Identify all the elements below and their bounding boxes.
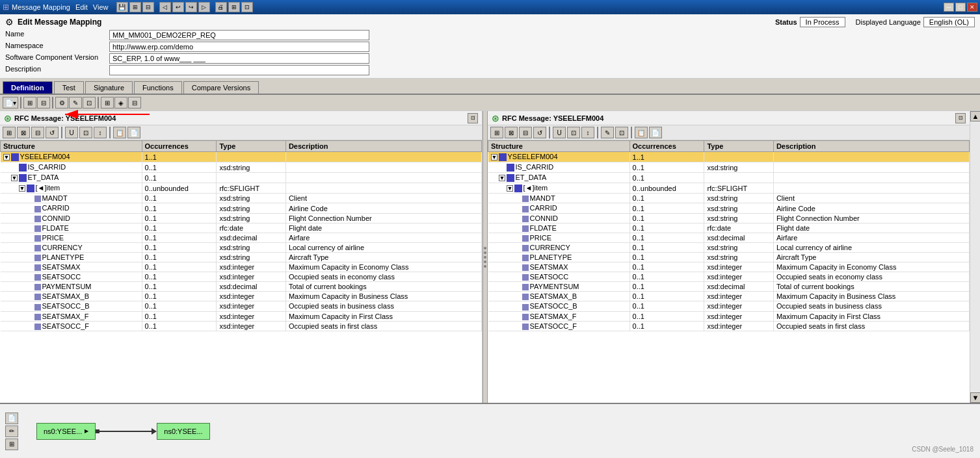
menu-message-mapping[interactable]: Message Mapping — [12, 3, 70, 11]
lp-btn5[interactable]: U — [65, 127, 78, 138]
table-row[interactable]: ▼ET_DATA0..1 — [1, 173, 482, 183]
field-scv-value[interactable] — [109, 53, 369, 64]
toolbar-nav4[interactable]: ▷ — [198, 2, 210, 12]
toolbar-t2[interactable]: ⊡ — [241, 2, 253, 12]
table-row[interactable]: ▶SEATSMAX_B0..1xsd:integerMaximum Capaci… — [488, 292, 970, 301]
btn-grid2[interactable]: ⊟ — [37, 97, 50, 108]
table-row[interactable]: ▶SEATSMAX0..1xsd:integerMaximum Capacity… — [488, 262, 970, 272]
toolbar-table[interactable]: ⊞ — [129, 2, 141, 12]
table-row[interactable]: ▼YSEELEFM0041..1 — [1, 152, 482, 162]
table-row[interactable]: ▶CONNID0..1xsd:stringFlight Connection N… — [488, 213, 970, 223]
table-row[interactable]: ▶MANDT0..1xsd:stringClient — [488, 194, 970, 203]
table-row[interactable]: ▶CONNID0..1xsd:stringFlight Connection N… — [1, 213, 482, 223]
toolbar-grid[interactable]: ⊟ — [142, 2, 154, 12]
rp-btn10[interactable]: 📋 — [635, 127, 648, 138]
tree-expand-icon[interactable]: ▼ — [11, 175, 18, 181]
tab-compare-versions[interactable]: Compare Versions — [183, 81, 259, 94]
tab-signature[interactable]: Signature — [85, 81, 133, 94]
panel-splitter[interactable] — [483, 111, 488, 403]
btn-layout1[interactable]: ⊞ — [101, 97, 114, 108]
tree-expand-icon[interactable]: ▼ — [3, 154, 10, 160]
table-row[interactable]: ▶FLDATE0..1rfc:dateFlight date — [1, 223, 482, 233]
table-row[interactable]: ▶PRICE0..1xsd:decimalAirfare — [1, 233, 482, 242]
table-row[interactable]: ▶IS_CARRID0..1xsd:string — [1, 162, 482, 173]
toolbar-t1[interactable]: ⊞ — [228, 2, 240, 12]
tree-expand-icon[interactable]: ▼ — [491, 154, 497, 160]
btn-layout2[interactable]: ◈ — [114, 97, 127, 108]
tree-expand-icon[interactable]: ▼ — [507, 185, 513, 192]
btn-settings[interactable]: ⚙ — [55, 97, 68, 108]
field-namespace-value[interactable] — [109, 42, 369, 52]
table-row[interactable]: ▶SEATSOCC_F0..1xsd:integerOccupied seats… — [1, 321, 482, 331]
rp-btn8[interactable]: ✎ — [601, 127, 614, 138]
table-row[interactable]: ▼[◄]item0..unboundedrfc:SFLIGHT — [1, 183, 482, 194]
lp-btn2[interactable]: ⊠ — [17, 127, 30, 138]
lp-btn4[interactable]: ↺ — [46, 127, 59, 138]
tab-definition[interactable]: Definition — [3, 81, 53, 94]
table-row[interactable]: ▶IS_CARRID0..1xsd:string — [488, 162, 970, 173]
rp-btn1[interactable]: ⊞ — [490, 127, 503, 138]
toolbar-nav1[interactable]: ◁ — [159, 2, 171, 12]
table-row[interactable]: ▶PRICE0..1xsd:decimalAirfare — [488, 233, 970, 242]
right-panel-resize[interactable]: ⊡ — [955, 113, 966, 123]
table-row[interactable]: ▶CARRID0..1xsd:stringAirline Code — [1, 203, 482, 213]
table-row[interactable]: ▶CARRID0..1xsd:stringAirline Code — [488, 203, 970, 213]
win-minimize[interactable]: ─ — [944, 3, 954, 12]
bottom-btn1[interactable]: 📄 — [5, 413, 18, 424]
rp-btn7[interactable]: ↕ — [581, 127, 594, 138]
table-row[interactable]: ▶PAYMENTSUM0..1xsd:decimalTotal of curre… — [1, 282, 482, 292]
table-row[interactable]: ▶SEATSMAX_F0..1xsd:integerMaximum Capaci… — [1, 311, 482, 321]
table-row[interactable]: ▶CURRENCY0..1xsd:stringLocal currency of… — [488, 242, 970, 252]
table-row[interactable]: ▶SEATSOCC_B0..1xsd:integerOccupied seats… — [488, 301, 970, 311]
lp-btn7[interactable]: ↕ — [94, 127, 107, 138]
btn-edit2[interactable]: ⊡ — [83, 97, 96, 108]
toolbar-nav3[interactable]: ↪ — [185, 2, 197, 12]
lp-btn3[interactable]: ⊟ — [31, 127, 44, 138]
left-panel-resize[interactable]: ⊡ — [468, 113, 478, 123]
table-row[interactable]: ▶SEATSMAX0..1xsd:integerMaximum Capacity… — [1, 262, 482, 272]
rp-btn5[interactable]: U — [553, 127, 566, 138]
scroll-down[interactable]: ▼ — [970, 392, 980, 403]
tab-functions[interactable]: Functions — [134, 81, 182, 94]
rp-btn11[interactable]: 📄 — [649, 127, 662, 138]
table-row[interactable]: ▶SEATSMAX_F0..1xsd:integerMaximum Capaci… — [488, 311, 970, 321]
btn-edit1[interactable]: ✎ — [69, 97, 82, 108]
toolbar-print[interactable]: 🖨 — [215, 2, 227, 12]
table-row[interactable]: ▶PAYMENTSUM0..1xsd:decimalTotal of curre… — [488, 282, 970, 292]
tree-expand-icon[interactable]: ▼ — [499, 175, 505, 181]
win-maximize[interactable]: □ — [955, 3, 966, 12]
btn-new[interactable]: 📄▾ — [3, 97, 18, 108]
lp-btn1[interactable]: ⊞ — [3, 127, 16, 138]
table-row[interactable]: ▶PLANETYPE0..1xsd:stringAircraft Type — [1, 252, 482, 262]
lp-btn8[interactable]: 📋 — [113, 127, 126, 138]
btn-layout3[interactable]: ⊟ — [128, 97, 141, 108]
menu-bar[interactable]: Message Mapping Edit View — [12, 3, 109, 11]
menu-view[interactable]: View — [93, 3, 109, 11]
toolbar-nav2[interactable]: ↩ — [172, 2, 184, 12]
table-row[interactable]: ▶FLDATE0..1rfc:dateFlight date — [488, 223, 970, 233]
rp-btn6[interactable]: ⊡ — [567, 127, 580, 138]
table-row[interactable]: ▼ET_DATA0..1 — [488, 173, 970, 183]
rp-btn2[interactable]: ⊠ — [505, 127, 518, 138]
table-row[interactable]: ▶SEATSOCC0..1xsd:integerOccupied seats i… — [488, 272, 970, 282]
rp-btn3[interactable]: ⊟ — [519, 127, 532, 138]
scroll-up[interactable]: ▲ — [970, 111, 980, 121]
tree-expand-icon[interactable]: ▼ — [19, 185, 25, 192]
toolbar-save[interactable]: 💾 — [116, 2, 128, 12]
table-row[interactable]: ▶CURRENCY0..1xsd:stringLocal currency of… — [1, 242, 482, 252]
table-row[interactable]: ▶SEATSMAX_B0..1xsd:integerMaximum Capaci… — [1, 292, 482, 301]
table-row[interactable]: ▶SEATSOCC_B0..1xsd:integerOccupied seats… — [1, 301, 482, 311]
lp-btn6[interactable]: ⊡ — [79, 127, 92, 138]
field-desc-value[interactable] — [109, 65, 369, 75]
menu-edit[interactable]: Edit — [75, 3, 88, 11]
bottom-btn3[interactable]: ⊞ — [5, 439, 18, 450]
tab-test[interactable]: Test — [54, 81, 84, 94]
field-name-value[interactable] — [109, 30, 369, 40]
table-row[interactable]: ▼YSEELEFM0041..1 — [488, 152, 970, 162]
win-close[interactable]: ✕ — [967, 3, 977, 12]
table-row[interactable]: ▼[◄]item0..unboundedrfc:SFLIGHT — [488, 183, 970, 194]
table-row[interactable]: ▶SEATSOCC_F0..1xsd:integerOccupied seats… — [488, 321, 970, 331]
rp-btn9[interactable]: ⊡ — [615, 127, 628, 138]
table-row[interactable]: ▶SEATSOCC0..1xsd:integerOccupied seats i… — [1, 272, 482, 282]
btn-grid1[interactable]: ⊞ — [23, 97, 36, 108]
